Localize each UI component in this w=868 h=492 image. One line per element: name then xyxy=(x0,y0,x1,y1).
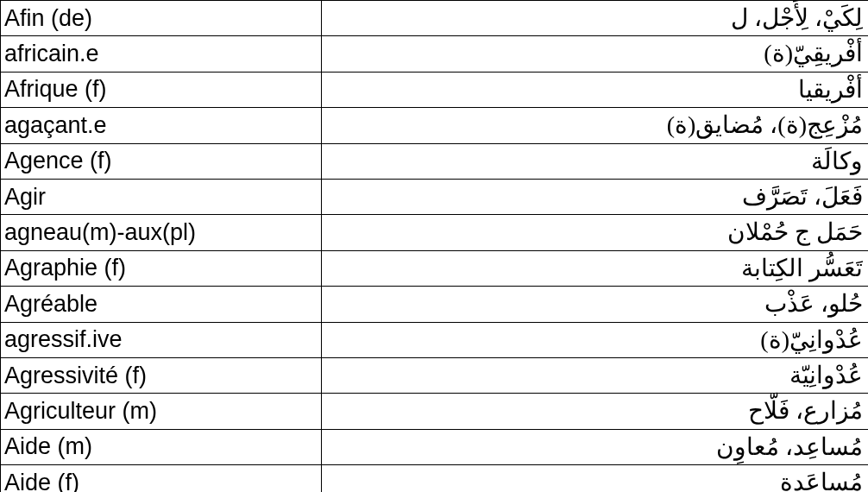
french-cell: Agriculteur (m) xyxy=(1,394,322,429)
table-row: Aide (m) مُساعِد، مُعاوِن xyxy=(1,429,869,464)
table-row: Aide (f) مُساعَدة xyxy=(1,465,869,492)
french-cell: Agence (f) xyxy=(1,143,322,179)
table-row: Afin (de) لِكَيْ، لِأَجْل، ل xyxy=(1,1,869,36)
arabic-cell: أفْريقِيّ(ة) xyxy=(322,36,869,72)
arabic-cell: مُساعِد، مُعاوِن xyxy=(322,429,869,464)
arabic-cell: أفْريقيا xyxy=(322,72,869,107)
french-cell: Agraphie (f) xyxy=(1,250,322,286)
table-row: Agréable حُلو، عَذْب xyxy=(1,287,869,322)
french-cell: Aide (m) xyxy=(1,429,322,464)
vocab-table: Afin (de) لِكَيْ، لِأَجْل، ل africain.e … xyxy=(0,0,868,492)
french-cell: Afin (de) xyxy=(1,1,322,36)
french-cell: africain.e xyxy=(1,36,322,72)
french-cell: Agressivité (f) xyxy=(1,357,322,393)
arabic-cell: حُلو، عَذْب xyxy=(322,287,869,322)
table-row: Agence (f) وكالَة xyxy=(1,143,869,179)
table-row: agaçant.e مُزْعِج(ة)، مُضايق(ة) xyxy=(1,108,869,143)
table-row: Agriculteur (m) مُزارع، فَلّاح xyxy=(1,394,869,429)
french-cell: Afrique (f) xyxy=(1,72,322,107)
french-cell: Agréable xyxy=(1,287,322,322)
table-row: agneau(m)-aux(pl) حَمَل ج حُمْلان xyxy=(1,215,869,250)
french-cell: agneau(m)-aux(pl) xyxy=(1,215,322,250)
arabic-cell: وكالَة xyxy=(322,143,869,179)
table-row: Agressivité (f) عُدْوانِيّة xyxy=(1,357,869,393)
table-row: africain.e أفْريقِيّ(ة) xyxy=(1,36,869,72)
arabic-cell: مُزْعِج(ة)، مُضايق(ة) xyxy=(322,108,869,143)
table-row: agressif.ive عُدْوانِيّ(ة) xyxy=(1,322,869,357)
french-cell: agressif.ive xyxy=(1,322,322,357)
french-cell: agaçant.e xyxy=(1,108,322,143)
table-row: Agraphie (f) تَعَسُّر الكِتابة xyxy=(1,250,869,286)
french-cell: Aide (f) xyxy=(1,465,322,492)
french-cell: Agir xyxy=(1,179,322,214)
arabic-cell: فَعَلَ، تَصَرَّف xyxy=(322,179,869,214)
arabic-cell: تَعَسُّر الكِتابة xyxy=(322,250,869,286)
arabic-cell: عُدْوانِيّ(ة) xyxy=(322,322,869,357)
arabic-cell: مُزارع، فَلّاح xyxy=(322,394,869,429)
arabic-cell: عُدْوانِيّة xyxy=(322,357,869,393)
table-row: Agir فَعَلَ، تَصَرَّف xyxy=(1,179,869,214)
arabic-cell: لِكَيْ، لِأَجْل، ل xyxy=(322,1,869,36)
table-row: Afrique (f) أفْريقيا xyxy=(1,72,869,107)
arabic-cell: حَمَل ج حُمْلان xyxy=(322,215,869,250)
arabic-cell: مُساعَدة xyxy=(322,465,869,492)
